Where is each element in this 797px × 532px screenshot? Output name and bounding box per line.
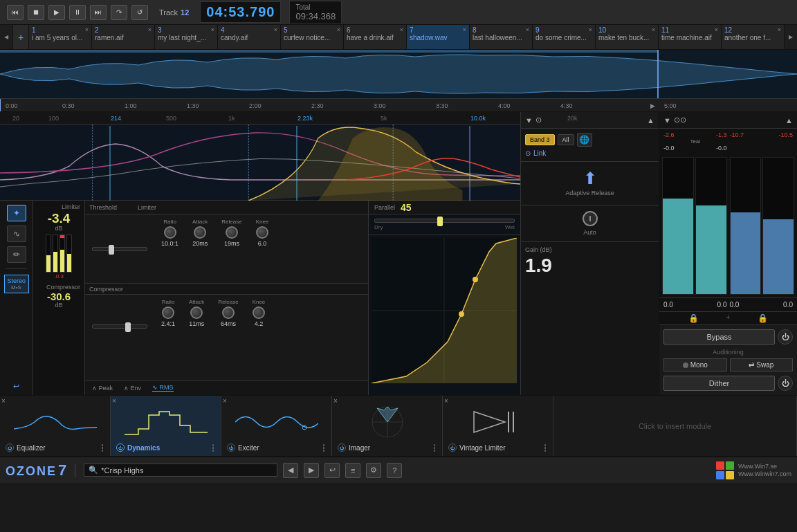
exciter-handle[interactable]: ┇ bbox=[322, 444, 326, 452]
comp-release-knob[interactable] bbox=[222, 306, 235, 319]
comp-attack-knob[interactable] bbox=[190, 306, 203, 319]
skip-back-button[interactable]: ⏮ bbox=[7, 5, 24, 20]
adaptive-release-icon[interactable]: ⬆ bbox=[524, 169, 656, 188]
nav-settings-button[interactable]: ⚙ bbox=[366, 463, 381, 478]
waveform-section[interactable]: 0:00 0:30 1:00 1:30 2:00 2:30 3:00 3:30 … bbox=[0, 50, 797, 112]
up-arrow[interactable]: ▲ bbox=[647, 116, 654, 125]
nav-prev-button[interactable]: ◀ bbox=[283, 463, 298, 478]
ozone-version: 7 bbox=[58, 461, 66, 479]
vintage-power-icon[interactable]: ⏻ bbox=[448, 443, 457, 452]
dynamics-handle[interactable]: ┇ bbox=[211, 444, 215, 452]
undo-button[interactable]: ↩ bbox=[13, 382, 19, 391]
pointer-tool-button[interactable]: ✦ bbox=[7, 205, 26, 221]
lock-icon-right[interactable]: 🔒 bbox=[733, 313, 793, 323]
dynamics-power-icon[interactable]: ⏻ bbox=[116, 443, 125, 452]
mono-button[interactable]: Mono bbox=[663, 358, 727, 372]
vintage-close[interactable]: × bbox=[444, 397, 448, 405]
imager-handle[interactable]: ┇ bbox=[432, 444, 437, 452]
track-item-3[interactable]: 3 × my last night_... bbox=[155, 25, 218, 49]
track-item-2[interactable]: 2 × ramen.aif bbox=[92, 25, 155, 49]
bypass-button[interactable]: Bypass bbox=[663, 329, 775, 345]
track-item-10[interactable]: 10 × make ten buck... bbox=[596, 25, 659, 49]
eq-handle[interactable]: ┇ bbox=[100, 444, 104, 452]
parallel-knob[interactable] bbox=[437, 217, 443, 226]
module-imager[interactable]: × ⏻ Imager ┇ bbox=[332, 396, 443, 456]
module-dynamics[interactable]: × ⏻ Dynamics ┇ bbox=[111, 396, 221, 456]
limiter-release-knob[interactable] bbox=[226, 226, 238, 239]
track-item-12[interactable]: 12 × another one f... bbox=[722, 25, 785, 49]
dropdown-arrow[interactable]: ▼ bbox=[525, 116, 533, 125]
comp-threshold-knob[interactable] bbox=[125, 322, 131, 332]
auditioning-label: Auditioning bbox=[663, 349, 793, 356]
exciter-power-icon[interactable]: ⏻ bbox=[227, 443, 235, 452]
vu-up[interactable]: ▲ bbox=[785, 116, 793, 125]
track-item-6[interactable]: 6 × have a drink.aif bbox=[344, 25, 407, 49]
threshold-slider[interactable] bbox=[92, 247, 147, 251]
timeline-0-30: 0:30 bbox=[62, 102, 75, 109]
track-item-5[interactable]: 5 × curfew notice... bbox=[281, 25, 344, 49]
imager-close[interactable]: × bbox=[333, 397, 338, 405]
threshold-knob[interactable] bbox=[109, 245, 114, 255]
loop-button[interactable]: ↷ bbox=[111, 5, 127, 20]
timeline-4-00: 4:00 bbox=[498, 102, 511, 109]
curve-tool-button[interactable]: ∿ bbox=[7, 226, 26, 242]
comp-threshold-slider[interactable] bbox=[92, 324, 147, 329]
module-insert-button[interactable]: Click to insert module bbox=[553, 396, 797, 456]
auto-knob[interactable] bbox=[583, 211, 598, 226]
search-input[interactable] bbox=[101, 466, 273, 475]
module-exciter[interactable]: × ⏻ Exciter ┇ bbox=[221, 396, 332, 456]
comp-knee-knob[interactable] bbox=[253, 306, 265, 319]
comp-ratio-knob[interactable] bbox=[162, 306, 174, 319]
skip-forward-button[interactable]: ⏭ bbox=[90, 5, 107, 20]
vu-bar-r2 bbox=[762, 157, 794, 295]
comp-knee-value: 4.2 bbox=[255, 320, 264, 327]
track-item-8[interactable]: 8 × last halloween... bbox=[470, 25, 533, 49]
limiter-ratio-value: 10.0:1 bbox=[161, 240, 178, 247]
dither-button[interactable]: Dither bbox=[663, 376, 775, 391]
vintage-handle[interactable]: ┇ bbox=[543, 444, 547, 452]
link-row[interactable]: ⊙ Link bbox=[525, 149, 654, 157]
eq-graph[interactable] bbox=[0, 125, 520, 201]
return-button[interactable]: ↺ bbox=[131, 5, 148, 20]
vu-dropdown[interactable]: ▼ bbox=[663, 116, 671, 125]
track-item-11[interactable]: 11 × time machine.aif bbox=[659, 25, 722, 49]
stop-button[interactable]: ⏹ bbox=[28, 5, 44, 20]
nav-next-button[interactable]: ▶ bbox=[304, 463, 319, 478]
dynamics-close[interactable]: × bbox=[112, 397, 116, 405]
dither-power-button[interactable]: ⏻ bbox=[778, 376, 793, 391]
eq-power-icon[interactable]: ⏻ bbox=[6, 443, 14, 452]
stereo-button[interactable]: Stereo M•S bbox=[4, 275, 29, 293]
bypass-power-button[interactable]: ⏻ bbox=[778, 329, 793, 345]
play-button[interactable]: ▶ bbox=[48, 5, 65, 20]
ozone-logo: OZONE bbox=[6, 464, 57, 479]
nav-undo-button[interactable]: ↩ bbox=[324, 463, 340, 478]
nav-help-button[interactable]: ? bbox=[387, 463, 402, 478]
limiter-attack-knob[interactable] bbox=[194, 226, 206, 239]
pencil-tool-button[interactable]: ✏ bbox=[7, 246, 26, 263]
track-add-button[interactable]: + bbox=[12, 25, 29, 49]
limiter-attack-group: Attack 20ms bbox=[192, 219, 208, 247]
transport-bar: ⏮ ⏹ ▶ ⏸ ⏭ ↷ ↺ Track 12 04:53.790 Total 0… bbox=[0, 0, 797, 25]
band-3-button[interactable]: Band 3 bbox=[525, 134, 555, 145]
all-button[interactable]: All bbox=[558, 134, 574, 145]
track-nav-right[interactable]: ▶ bbox=[785, 25, 797, 49]
module-equalizer[interactable]: × ⏻ Equalizer ┇ bbox=[0, 396, 111, 456]
exciter-close[interactable]: × bbox=[223, 397, 227, 405]
track-item-1[interactable]: 1 × i am 5 years ol... bbox=[29, 25, 92, 49]
parallel-slider[interactable] bbox=[374, 219, 515, 223]
pause-button[interactable]: ⏸ bbox=[69, 5, 86, 20]
waveform-timeline[interactable]: 0:00 0:30 1:00 1:30 2:00 2:30 3:00 3:30 … bbox=[0, 98, 797, 112]
track-item-9[interactable]: 9 × do some crime... bbox=[533, 25, 596, 49]
swap-button[interactable]: ⇄ Swap bbox=[730, 358, 794, 372]
imager-power-icon[interactable]: ⏻ bbox=[338, 443, 346, 452]
track-item-4[interactable]: 4 × candy.aif bbox=[218, 25, 281, 49]
track-item-7[interactable]: 7 × shadow.wav bbox=[407, 25, 470, 49]
limiter-knee-knob[interactable] bbox=[256, 226, 268, 239]
track-nav-left[interactable]: ◀ bbox=[0, 25, 12, 49]
globe-button[interactable]: 🌐 bbox=[577, 133, 592, 147]
eq-close[interactable]: × bbox=[1, 397, 6, 405]
nav-list-button[interactable]: ≡ bbox=[345, 463, 360, 478]
module-vintage-limiter[interactable]: × ⏻ Vintage Limiter ┇ bbox=[443, 396, 553, 456]
limiter-ratio-knob[interactable] bbox=[164, 226, 176, 239]
lock-icon-left[interactable]: 🔒 bbox=[663, 313, 724, 323]
